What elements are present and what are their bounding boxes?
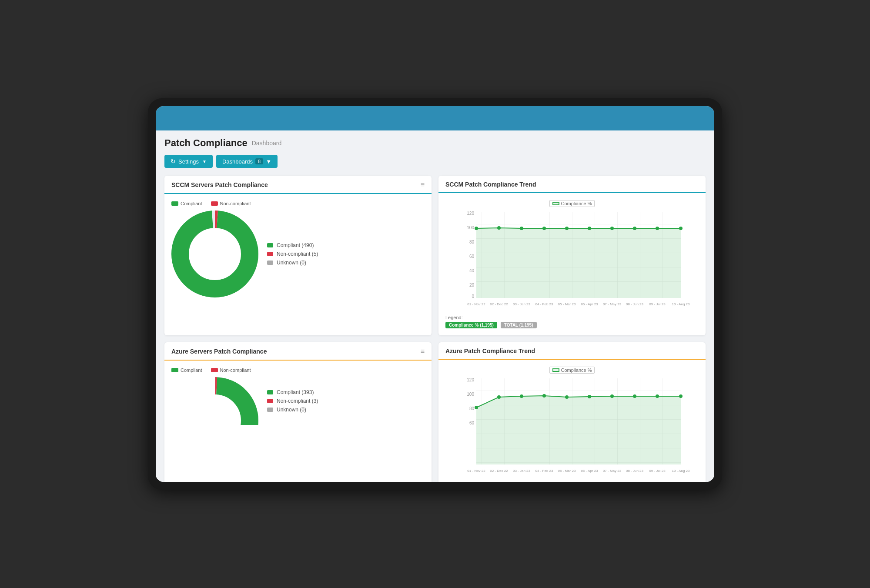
sccm-compliance-card: SCCM Servers Patch Compliance ≡ Complian… xyxy=(164,176,432,335)
azure-legend-compliant: Compliant xyxy=(171,368,202,373)
svg-text:06 - Apr 23: 06 - Apr 23 xyxy=(581,469,598,473)
svg-text:80: 80 xyxy=(469,240,475,244)
svg-text:20: 20 xyxy=(469,283,475,287)
chevron-down-icon-2: ▼ xyxy=(266,158,271,165)
sccm-card-title: SCCM Servers Patch Compliance xyxy=(171,181,268,188)
svg-text:60: 60 xyxy=(469,254,475,259)
sccm-chart-legend: Compliance % xyxy=(445,200,699,207)
sccm-card-menu-icon[interactable]: ≡ xyxy=(421,181,425,189)
azure-compliance-card: Azure Servers Patch Compliance ≡ Complia… xyxy=(164,342,432,482)
svg-point-45 xyxy=(520,394,523,398)
sccm-chart-footer: Legend: Compliance % (1,195) TOTAL (1,19… xyxy=(445,315,699,328)
svg-point-47 xyxy=(565,395,569,399)
sccm-badge-total: TOTAL (1,195) xyxy=(501,322,537,328)
svg-text:05 - Mar 23: 05 - Mar 23 xyxy=(558,302,576,306)
azure-unknown-count: Unknown (0) xyxy=(277,407,306,413)
noncompliant-color-swatch xyxy=(211,201,218,206)
azure-chart-label: Compliance % xyxy=(561,368,592,373)
svg-text:10 - Aug 23: 10 - Aug 23 xyxy=(672,469,690,473)
svg-text:07 - May 23: 07 - May 23 xyxy=(603,302,622,306)
azure-legend-area: Compliant (393) Non-compliant (3) Unknow… xyxy=(267,389,318,413)
sccm-donut-chart xyxy=(171,210,258,297)
sccm-legend-compliant: Compliant xyxy=(171,201,202,206)
tablet-frame: Patch Compliance Dashboard ↻ Settings ▼ … xyxy=(148,98,722,490)
sccm-trend-header: SCCM Patch Compliance Trend xyxy=(438,176,706,193)
azure-compliant-color xyxy=(267,390,273,394)
azure-compliant-label: Compliant xyxy=(181,368,202,373)
sccm-legend-area: Compliant (490) Non-compliant (5) Unknow… xyxy=(267,242,318,266)
settings-button[interactable]: ↻ Settings ▼ xyxy=(164,155,213,168)
toolbar: ↻ Settings ▼ Dashboards 8 ▼ xyxy=(164,155,706,168)
svg-point-46 xyxy=(542,394,546,398)
azure-compliant-count: Compliant (393) xyxy=(277,389,314,395)
azure-trend-body: Compliance % 120 100 80 60 xyxy=(438,360,706,482)
svg-text:08 - Jun 23: 08 - Jun 23 xyxy=(626,469,644,473)
azure-line-legend-box: Compliance % xyxy=(549,367,595,374)
refresh-icon: ↻ xyxy=(171,158,176,165)
dashboards-label: Dashboards xyxy=(222,158,253,165)
svg-text:100: 100 xyxy=(467,392,474,397)
sccm-trend-title: SCCM Patch Compliance Trend xyxy=(445,181,536,188)
svg-point-49 xyxy=(610,394,614,398)
svg-text:05 - Mar 23: 05 - Mar 23 xyxy=(558,469,576,473)
sccm-noncompliant-label: Non-compliant xyxy=(220,201,251,206)
azure-card-menu-icon[interactable]: ≡ xyxy=(421,347,425,355)
main-content: Patch Compliance Dashboard ↻ Settings ▼ … xyxy=(156,130,714,482)
noncompliant-swatch xyxy=(267,252,273,256)
svg-point-44 xyxy=(497,395,501,399)
azure-chart-area: Compliant (393) Non-compliant (3) Unknow… xyxy=(171,377,425,425)
page-header: Patch Compliance Dashboard xyxy=(164,137,706,149)
svg-text:60: 60 xyxy=(469,421,475,425)
azure-unknown-color xyxy=(267,408,273,412)
sccm-top-legend: Compliant Non-compliant xyxy=(171,201,425,206)
azure-noncompliant-color xyxy=(267,399,273,403)
azure-chart-legend: Compliance % xyxy=(445,367,699,374)
sccm-card-body: Compliant Non-compliant xyxy=(164,194,432,304)
svg-marker-42 xyxy=(476,396,681,464)
svg-point-19 xyxy=(610,227,614,230)
svg-point-18 xyxy=(588,227,591,230)
svg-point-21 xyxy=(656,227,659,230)
svg-point-20 xyxy=(633,227,636,230)
svg-text:09 - Jul 23: 09 - Jul 23 xyxy=(649,469,666,473)
svg-text:07 - May 23: 07 - May 23 xyxy=(603,469,622,473)
svg-point-14 xyxy=(497,226,501,230)
dashboards-button[interactable]: Dashboards 8 ▼ xyxy=(216,155,278,168)
svg-text:40: 40 xyxy=(469,268,475,273)
tablet-screen: Patch Compliance Dashboard ↻ Settings ▼ … xyxy=(156,106,714,482)
sccm-compliant-label: Compliant xyxy=(181,201,202,206)
svg-text:01 - Nov 22: 01 - Nov 22 xyxy=(467,302,485,306)
dashboard-grid: SCCM Servers Patch Compliance ≡ Complian… xyxy=(164,176,706,482)
azure-card-header: Azure Servers Patch Compliance ≡ xyxy=(164,342,432,361)
unknown-swatch xyxy=(267,261,273,265)
svg-text:03 - Jan 23: 03 - Jan 23 xyxy=(513,302,531,306)
sccm-legend-row-unknown: Unknown (0) xyxy=(267,260,318,266)
svg-point-51 xyxy=(656,394,659,398)
sccm-compliant-count: Compliant (490) xyxy=(277,242,314,248)
azure-trend-header: Azure Patch Compliance Trend xyxy=(438,342,706,360)
sccm-legend-label: Legend: xyxy=(445,315,463,320)
top-bar xyxy=(156,106,714,130)
svg-text:06 - Apr 23: 06 - Apr 23 xyxy=(581,302,598,306)
azure-line-color xyxy=(552,368,559,372)
compliant-color-swatch xyxy=(171,201,178,206)
svg-text:10 - Aug 23: 10 - Aug 23 xyxy=(672,302,690,306)
azure-legend-row-compliant: Compliant (393) xyxy=(267,389,318,395)
sccm-line-legend-box: Compliance % xyxy=(549,200,595,207)
svg-text:100: 100 xyxy=(467,225,474,230)
svg-point-52 xyxy=(679,394,683,398)
sccm-footer-legend: Compliance % (1,195) TOTAL (1,195) xyxy=(445,322,699,328)
svg-text:02 - Dec 22: 02 - Dec 22 xyxy=(490,302,508,306)
azure-noncompliant-swatch xyxy=(211,368,218,372)
azure-trend-card: Azure Patch Compliance Trend Compliance … xyxy=(438,342,706,482)
azure-legend-noncompliant: Non-compliant xyxy=(211,368,251,373)
sccm-line-chart-svg: 120 100 80 60 40 20 0 xyxy=(445,210,699,310)
azure-noncompliant-count: Non-compliant (3) xyxy=(277,398,318,404)
azure-donut-svg xyxy=(171,377,258,425)
svg-text:02 - Dec 22: 02 - Dec 22 xyxy=(490,469,508,473)
svg-marker-12 xyxy=(476,228,681,298)
svg-point-17 xyxy=(565,227,569,230)
azure-noncompliant-label: Non-compliant xyxy=(220,368,251,373)
chevron-down-icon: ▼ xyxy=(202,159,207,164)
sccm-unknown-count: Unknown (0) xyxy=(277,260,306,266)
